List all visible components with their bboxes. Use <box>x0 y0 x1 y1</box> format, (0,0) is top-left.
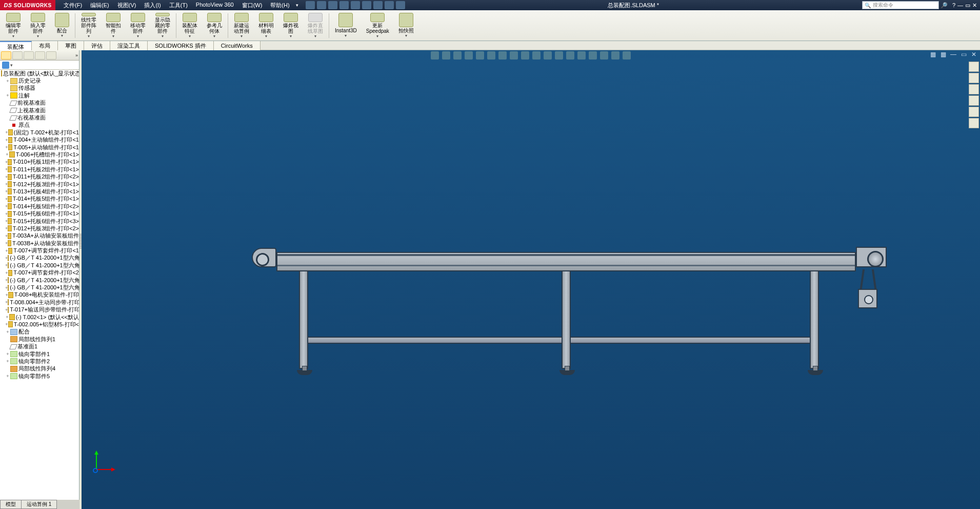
ribbon-btn-10[interactable]: 材料明 细表▾ <box>254 11 278 40</box>
tree-node[interactable]: +T-003A+从动轴安装板组件 <box>0 232 79 240</box>
tree-node[interactable]: +历史记录 <box>0 77 79 84</box>
tree-node[interactable]: +T-015+托板6组件-打印<3> <box>0 218 79 225</box>
expand-icon[interactable]: + <box>5 152 9 157</box>
expand-icon[interactable]: + <box>5 79 10 84</box>
view-settings5-icon[interactable] <box>577 51 586 60</box>
view-settings-icon[interactable] <box>532 51 541 60</box>
vp-minimize-icon[interactable]: — <box>949 50 957 58</box>
tree-node[interactable]: +T-008+电机安装组件-打印 <box>0 291 79 299</box>
tree-node[interactable]: +T-007+调节套焊件-打印<1 <box>0 247 79 254</box>
close-icon[interactable]: ✕ <box>972 2 977 9</box>
search-go-icon[interactable]: 🔎 <box>939 2 949 9</box>
tree-node[interactable]: +T-010+托板1组件-打印<1> <box>0 159 79 166</box>
cmd-tab-CircuitWorks[interactable]: CircuitWorks <box>214 41 261 50</box>
view-settings3-icon[interactable] <box>555 51 563 60</box>
tree-node[interactable]: +T-011+托板2组件-打印<2> <box>0 173 79 180</box>
tree-node[interactable]: +T-012+托板3组件-打印<2> <box>0 225 79 232</box>
ribbon-btn-0[interactable]: 编辑零 部件▾ <box>1 11 26 40</box>
tree-node[interactable]: 局部线性阵列4 <box>0 365 79 373</box>
expand-icon[interactable]: + <box>5 329 10 335</box>
section-view-icon[interactable] <box>465 51 473 60</box>
tree-node[interactable]: 局部线性阵列1 <box>0 336 79 343</box>
help-icon[interactable]: ? <box>952 2 955 8</box>
edit-appearance-icon[interactable] <box>510 51 518 60</box>
model-conveyor-assembly[interactable] <box>276 252 856 271</box>
tree-node[interactable]: +T-008.004+主动同步带-打印 <box>0 299 79 306</box>
tree-node[interactable]: +T-004+主动轴组件-打印<1 <box>0 136 79 144</box>
rebuild-icon[interactable] <box>373 1 383 9</box>
tree-node[interactable]: +T-011+托板2组件-打印<1> <box>0 166 79 173</box>
tree-node[interactable]: +T-002.005+铝型材5-打印< <box>0 321 79 328</box>
expand-icon[interactable]: + <box>5 374 10 379</box>
tree-node[interactable]: +镜向零部件2 <box>0 358 79 365</box>
tree-node[interactable]: +T-006+托槽组件-打印<1> <box>0 151 79 158</box>
new-doc-icon[interactable] <box>306 1 315 9</box>
tree-node[interactable]: +T-003B+从动轴安装板组件 <box>0 240 79 247</box>
tree-node[interactable]: 原点 <box>0 122 79 129</box>
options-icon[interactable] <box>385 1 394 9</box>
tree-node[interactable]: +T-013+托板4组件-打印<1> <box>0 188 79 195</box>
menu-帮助[interactable]: 帮助(H) <box>266 2 293 9</box>
hide-show-icon[interactable] <box>498 51 507 60</box>
ribbon-btn-4[interactable]: 智能扣 件▾ <box>101 11 126 40</box>
command-search[interactable]: 🔍 搜索命令 <box>862 1 939 9</box>
tree-node[interactable]: +镜向零部件5 <box>0 373 79 380</box>
cmd-tab-草图[interactable]: 草图 <box>58 41 84 50</box>
ribbon-btn-14[interactable]: 更新 Speedpak▾ <box>362 11 394 40</box>
tree-filter-bar[interactable]: ▾ <box>0 61 79 70</box>
bottom-tab-0[interactable]: 模型 <box>0 500 22 509</box>
tree-node[interactable]: +T-005+从动轴组件-打印<1 <box>0 144 79 151</box>
cmd-tab-评估[interactable]: 评估 <box>84 41 110 50</box>
menu-编辑[interactable]: 编辑(E) <box>86 2 113 9</box>
apply-scene-icon[interactable] <box>521 51 529 60</box>
panel-overflow-icon[interactable]: » <box>75 53 78 58</box>
ribbon-btn-1[interactable]: 插入零 部件▾ <box>26 11 50 40</box>
property-manager-tab-icon[interactable] <box>12 51 23 60</box>
tree-node[interactable]: 前视基准面 <box>0 100 79 107</box>
screen-capture-icon[interactable] <box>396 1 405 9</box>
tree-node[interactable]: +T-012+托板3组件-打印<1> <box>0 181 79 188</box>
cmd-tab-装配体[interactable]: 装配体 <box>0 41 32 50</box>
design-library-tab-icon[interactable] <box>969 73 979 83</box>
vp-restore-icon[interactable]: ▭ <box>959 50 968 58</box>
tree-node[interactable]: +(-) T.002<1> (默认<<默认 <box>0 314 79 321</box>
open-doc-icon[interactable] <box>317 1 326 9</box>
resources-tab-icon[interactable] <box>969 62 979 72</box>
menu-窗口[interactable]: 窗口(W) <box>238 2 267 9</box>
config-manager-tab-icon[interactable] <box>24 51 34 60</box>
tree-node[interactable]: +镜向零部件1 <box>0 350 79 358</box>
view-settings4-icon[interactable] <box>566 51 574 60</box>
tree-node[interactable]: +(-) GB／T 41-2000+1型六角 <box>0 277 79 284</box>
tree-node[interactable]: +T-014+托板5组件-打印<2> <box>0 203 79 210</box>
ribbon-btn-6[interactable]: 显示隐 藏的零 部件▾ <box>150 11 175 40</box>
tree-node[interactable]: +(-) GB／T 41-2000+1型六角 <box>0 284 79 291</box>
menu-工具[interactable]: 工具(T) <box>165 2 192 9</box>
view-settings9-icon[interactable] <box>623 51 631 60</box>
vp-close-icon[interactable]: ✕ <box>970 50 978 58</box>
menu-photoview 360[interactable]: PhotoView 360 <box>192 2 238 9</box>
orientation-triad[interactable] <box>85 449 110 475</box>
ribbon-btn-15[interactable]: 拍快照▾ <box>394 11 418 40</box>
select-icon[interactable] <box>362 1 371 9</box>
tree-node[interactable]: +配合 <box>0 328 79 336</box>
display-manager-tab-icon[interactable] <box>46 51 56 60</box>
tree-node[interactable]: 右视基准面 <box>0 114 79 121</box>
dimxpert-tab-icon[interactable] <box>35 51 45 60</box>
undo-icon[interactable] <box>351 1 360 9</box>
ribbon-btn-2[interactable]: 配合▾ <box>50 11 74 40</box>
menu-插入[interactable]: 插入(I) <box>140 2 165 9</box>
menu-视图[interactable]: 视图(V) <box>113 2 141 9</box>
expand-icon[interactable]: + <box>5 359 10 364</box>
vp-link-icon[interactable]: ▦ <box>939 50 947 58</box>
view-palette-tab-icon[interactable] <box>969 95 979 106</box>
tree-node[interactable]: +T-007+调节套焊件-打印<2 <box>0 269 79 277</box>
tree-node[interactable]: 上视基准面 <box>0 107 79 114</box>
tree-node[interactable]: +(-) GB／T 41-2000+1型六角 <box>0 262 79 269</box>
tree-node[interactable]: +(-) GB／T 41-2000+1型六角 <box>0 254 79 262</box>
menu-dropdown-icon[interactable]: ▾ <box>294 3 301 8</box>
tree-node[interactable]: 基准面1 <box>0 343 79 350</box>
prev-view-icon[interactable] <box>453 51 462 60</box>
custom-props-tab-icon[interactable] <box>969 118 979 128</box>
file-explorer-tab-icon[interactable] <box>969 84 979 94</box>
view-settings2-icon[interactable] <box>544 51 552 60</box>
